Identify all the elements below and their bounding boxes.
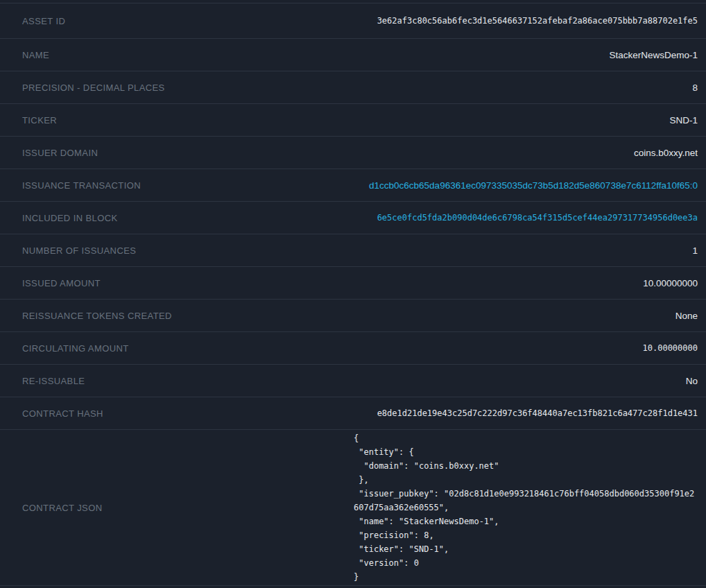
- row-value: coins.b0xxy.net: [634, 148, 698, 158]
- row-value: e8de1d21de19e43c25d7c222d97c36f48440a7ec…: [377, 408, 698, 418]
- table-row: ASSET ID3e62af3c80c56ab6fec3d1e564663715…: [0, 3, 706, 38]
- row-label: RE-ISSUABLE: [22, 376, 85, 386]
- table-row: CIRCULATING AMOUNT10.00000000: [0, 331, 706, 364]
- asset-details-table: ASSET ID3e62af3c80c56ab6fec3d1e564663715…: [0, 3, 706, 586]
- row-label: ISSUANCE TRANSACTION: [22, 180, 141, 191]
- row-label: REISSUANCE TOKENS CREATED: [22, 311, 172, 321]
- table-row: ISSUER DOMAINcoins.b0xxy.net: [0, 136, 706, 168]
- row-label: ISSUER DOMAIN: [22, 148, 98, 158]
- row-value: 1: [692, 245, 698, 256]
- row-label: INCLUDED IN BLOCK: [22, 213, 118, 223]
- table-row-contract-json: CONTRACT JSON { "entity": { "domain": "c…: [0, 429, 706, 585]
- row-value: None: [675, 311, 698, 321]
- row-label: CIRCULATING AMOUNT: [22, 343, 129, 354]
- row-label: CONTRACT HASH: [22, 408, 103, 419]
- row-value-link[interactable]: 6e5ce0fcd5fda2b090d04de6c6798ca54f315d5c…: [377, 213, 698, 223]
- row-value: 10.00000000: [643, 343, 698, 353]
- table-row: REISSUANCE TOKENS CREATEDNone: [0, 299, 706, 331]
- row-value: StackerNewsDemo-1: [609, 50, 698, 60]
- row-label: ISSUED AMOUNT: [22, 278, 101, 288]
- table-row: ISSUED AMOUNT10.00000000: [0, 266, 706, 299]
- row-value: 3e62af3c80c56ab6fec3d1e5646637152afebaf2…: [377, 16, 698, 26]
- table-row: INCLUDED IN BLOCK6e5ce0fcd5fda2b090d04de…: [0, 201, 706, 234]
- row-label: ASSET ID: [22, 16, 65, 26]
- row-value: 8: [692, 83, 698, 93]
- row-label: TICKER: [22, 115, 57, 126]
- table-row: CONTRACT HASHe8de1d21de19e43c25d7c222d97…: [0, 397, 706, 429]
- table-row: RE-ISSUABLENo: [0, 364, 706, 397]
- row-value-link[interactable]: d1ccb0c6cb65da96361ec097335035dc73b5d182…: [369, 180, 698, 191]
- table-row: ISSUANCE TRANSACTIONd1ccb0c6cb65da96361e…: [0, 168, 706, 201]
- table-row: NUMBER OF ISSUANCES1: [0, 234, 706, 266]
- row-value: No: [686, 376, 698, 386]
- table-row: TICKERSND-1: [0, 103, 706, 136]
- row-value: 10.00000000: [643, 278, 698, 288]
- row-label: NUMBER OF ISSUANCES: [22, 245, 136, 256]
- row-label: PRECISION - DECIMAL PLACES: [22, 83, 165, 93]
- row-value: SND-1: [669, 115, 698, 126]
- row-label-contract-json: CONTRACT JSON: [22, 503, 102, 513]
- table-row: NAMEStackerNewsDemo-1: [0, 38, 706, 71]
- row-label: NAME: [22, 50, 49, 60]
- table-row: PRECISION - DECIMAL PLACES8: [0, 71, 706, 103]
- contract-json-value: { "entity": { "domain": "coins.b0xxy.net…: [354, 430, 698, 585]
